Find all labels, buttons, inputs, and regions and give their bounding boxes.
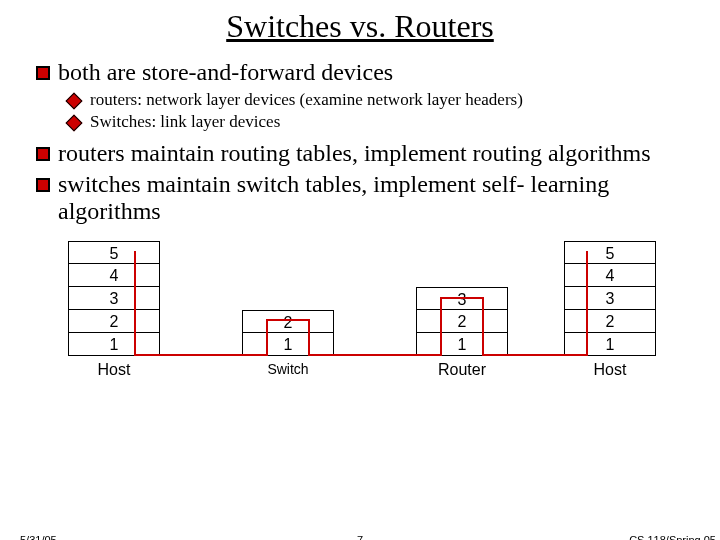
path-line xyxy=(134,251,136,356)
layer-cell: 1 xyxy=(564,333,656,356)
layer-cell: 4 xyxy=(68,264,160,287)
path-line xyxy=(308,354,442,356)
slide-body: both are store-and-forward devices route… xyxy=(0,59,720,411)
path-line xyxy=(440,297,442,356)
stack-label-host-right: Host xyxy=(564,361,656,379)
layer-cell: 3 xyxy=(564,287,656,310)
layer-cell: 4 xyxy=(564,264,656,287)
bullet-text: Switches: link layer devices xyxy=(90,112,280,132)
sub-bullets: routers: network layer devices (examine … xyxy=(36,90,692,132)
layer-cell: 2 xyxy=(564,310,656,333)
layer-cell: 5 xyxy=(564,241,656,264)
bullet-text: routers: network layer devices (examine … xyxy=(90,90,523,110)
path-line xyxy=(134,354,268,356)
layer-cell: 2 xyxy=(68,310,160,333)
bullet-text: switches maintain switch tables, impleme… xyxy=(58,171,692,225)
stack-host-left: 5 4 3 2 1 xyxy=(68,241,160,356)
layer-cell: 1 xyxy=(68,333,160,356)
bullet-lvl2: Switches: link layer devices xyxy=(66,112,692,132)
path-line xyxy=(266,319,310,321)
layer-cell: 3 xyxy=(68,287,160,310)
path-line xyxy=(308,319,310,356)
layer-cell: 1 xyxy=(416,333,508,356)
bullet-lvl1: switches maintain switch tables, impleme… xyxy=(36,171,692,225)
layer-cell: 2 xyxy=(416,310,508,333)
stack-label-router: Router xyxy=(416,361,508,379)
footer-course: CS 118/Spring 05 xyxy=(629,534,716,540)
path-line xyxy=(482,354,588,356)
diamond-bullet-icon xyxy=(66,93,83,110)
stack-switch: 2 1 xyxy=(242,310,334,356)
layer-cell: 1 xyxy=(242,333,334,356)
path-line xyxy=(586,251,588,356)
stack-host-right: 5 4 3 2 1 xyxy=(564,241,656,356)
layer-cell: 2 xyxy=(242,310,334,333)
square-bullet-icon xyxy=(36,66,50,80)
square-bullet-icon xyxy=(36,147,50,161)
square-bullet-icon xyxy=(36,178,50,192)
stack-label-host-left: Host xyxy=(68,361,160,379)
page-title: Switches vs. Routers xyxy=(0,8,720,45)
bullet-text: routers maintain routing tables, impleme… xyxy=(58,140,651,167)
path-line xyxy=(482,297,484,356)
bullet-lvl2: routers: network layer devices (examine … xyxy=(66,90,692,110)
layer-diagram: 5 4 3 2 1 Host 2 1 Switch 3 2 1 Router 5… xyxy=(64,241,664,411)
stack-label-switch: Switch xyxy=(242,361,334,377)
bullet-lvl1: routers maintain routing tables, impleme… xyxy=(36,140,692,167)
bullet-lvl1: both are store-and-forward devices xyxy=(36,59,692,86)
diamond-bullet-icon xyxy=(66,115,83,132)
layer-cell: 5 xyxy=(68,241,160,264)
footer-page: 7 xyxy=(357,534,363,540)
path-line xyxy=(440,297,484,299)
footer-date: 5/31/05 xyxy=(20,534,57,540)
path-line xyxy=(266,319,268,356)
bullet-text: both are store-and-forward devices xyxy=(58,59,393,86)
